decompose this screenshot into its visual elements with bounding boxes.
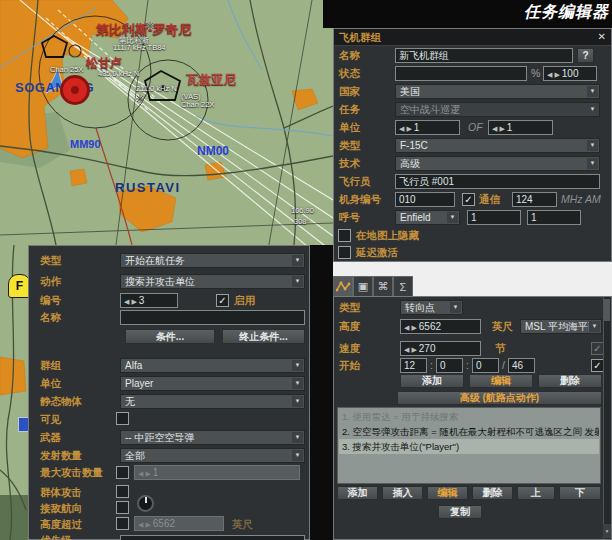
wp-type-dropdown[interactable]: 转向点 ▼ <box>400 300 463 315</box>
scrollbar-track[interactable] <box>603 297 611 539</box>
selected-unit-core <box>71 86 79 94</box>
spin-left-icon[interactable]: ◀ <box>404 346 409 353</box>
stop-condition-button[interactable]: 终止条件... <box>222 329 305 344</box>
tab-payload[interactable]: ▣ <box>353 276 373 297</box>
group-dropdown[interactable]: Alfa ▼ <box>120 358 305 373</box>
action-delete-button[interactable]: 删除 <box>472 486 513 500</box>
pilot-label: 飞行员 <box>339 175 371 188</box>
speed-units-label: 节 <box>495 342 506 355</box>
probability-spinner[interactable]: ◀▶100 <box>543 66 597 81</box>
visible-checkbox[interactable] <box>116 412 129 425</box>
frequency-units: MHz AM <box>561 193 601 206</box>
wp-delete-button[interactable]: 删除 <box>538 374 602 388</box>
spin-right-icon[interactable]: ▶ <box>406 125 411 132</box>
group-label: 群组 <box>40 359 61 372</box>
chevron-down-icon: ▼ <box>587 86 598 97</box>
altitude-ref-dropdown[interactable]: MSL 平均海平面 ▼ <box>520 319 602 334</box>
scrollbar-thumb[interactable] <box>604 299 610 321</box>
max-attack-spinner[interactable]: ◀▶1 <box>134 465 300 480</box>
wp-edit-button[interactable]: 编辑 <box>469 374 533 388</box>
launch-qty-dropdown[interactable]: 全部 ▼ <box>120 448 305 463</box>
condition-field[interactable] <box>395 66 527 81</box>
start-hours-field[interactable]: 12 <box>400 358 427 373</box>
group-name-field[interactable]: 新飞机群组 <box>395 48 573 63</box>
list-item[interactable]: 2. 空空导弹攻击距离 = 随机在最大射程和不可逃逸区之间 发射 <box>339 424 599 439</box>
tab-actions[interactable]: ⌘ <box>373 276 393 297</box>
late-activation-checkbox[interactable] <box>338 246 351 259</box>
country-dropdown[interactable]: 美国 ▼ <box>395 84 600 99</box>
aircraft-group-titlebar[interactable]: 飞机群组 ✕ <box>334 29 611 46</box>
start-seconds-field[interactable]: 0 <box>472 358 499 373</box>
start-minutes-field[interactable]: 0 <box>436 358 463 373</box>
partial-row-field[interactable] <box>120 535 305 540</box>
tab-summary[interactable]: Σ <box>393 276 413 297</box>
spin-left-icon[interactable]: ◀ <box>492 125 497 132</box>
chevron-down-icon: ▼ <box>292 276 303 287</box>
help-button[interactable]: ? <box>577 48 594 63</box>
unit-count-spinner[interactable]: ◀▶1 <box>395 120 460 135</box>
spin-right-icon[interactable]: ▶ <box>554 71 559 78</box>
list-item[interactable]: 1. 使用雷达 = 用于持续搜索 <box>339 409 599 424</box>
condition-button[interactable]: 条件... <box>125 329 215 344</box>
enabled-label: 启用 <box>234 294 255 307</box>
close-icon[interactable]: ✕ <box>598 31 606 42</box>
weapon-dropdown[interactable]: -- 中距空空导弹 ▼ <box>120 430 305 445</box>
altitude-spinner[interactable]: ◀▶6562 <box>400 319 481 334</box>
unit-total-spinner[interactable]: ◀▶1 <box>488 120 553 135</box>
scrollbar-down-icon[interactable]: ▼ <box>603 524 611 538</box>
heading-knob[interactable] <box>137 495 154 512</box>
advanced-actions-button[interactable]: 高级 (航路点动作) <box>397 391 602 405</box>
map-label-soganlug: 松甘卢 <box>86 57 122 70</box>
spin-left-icon[interactable]: ◀ <box>124 298 129 305</box>
spin-right-icon[interactable]: ▶ <box>499 125 504 132</box>
callsign-num1-field[interactable]: 1 <box>467 210 521 225</box>
target-unit-dropdown[interactable]: Player ▼ <box>120 376 305 391</box>
frequency-field[interactable]: 124 <box>512 192 557 207</box>
spin-left-icon[interactable]: ◀ <box>399 125 404 132</box>
tail-number-field[interactable]: 010 <box>395 192 455 207</box>
copy-button[interactable]: 复制 <box>438 505 482 519</box>
map-label-vaziani: 瓦兹亚尼 <box>186 74 236 87</box>
start-day-field[interactable]: 46 <box>508 358 535 373</box>
spin-right-icon[interactable]: ▶ <box>411 346 416 353</box>
pilot-field[interactable]: 飞行员 #001 <box>395 174 600 189</box>
action-insert-button[interactable]: 插入 <box>382 486 423 500</box>
task-type-dropdown[interactable]: 开始在航任务 ▼ <box>120 253 305 268</box>
map-label-grid-nm00: NM00 <box>197 145 229 158</box>
selected-unit-icon[interactable] <box>60 75 90 105</box>
altitude-above-spinner[interactable]: ◀▶6562 <box>134 516 224 531</box>
number-spinner[interactable]: ◀▶3 <box>120 293 178 308</box>
chevron-down-icon: ▼ <box>589 321 600 332</box>
action-up-button[interactable]: 上 <box>517 486 555 500</box>
spin-left-icon[interactable]: ◀ <box>547 71 552 78</box>
comms-checkbox[interactable]: ✓ <box>462 193 475 206</box>
of-label: OF <box>468 121 483 134</box>
max-attack-checkbox[interactable] <box>116 466 129 479</box>
altitude-above-checkbox[interactable] <box>116 517 129 530</box>
hidden-on-map-checkbox[interactable] <box>338 229 351 242</box>
task-name-field[interactable] <box>120 310 305 325</box>
engage-heading-checkbox[interactable] <box>116 501 129 514</box>
spin-left-icon[interactable]: ◀ <box>404 324 409 331</box>
speed-spinner[interactable]: ◀▶270 <box>400 341 481 356</box>
action-edit-button[interactable]: 编辑 <box>427 486 468 500</box>
static-object-dropdown[interactable]: 无 ▼ <box>120 394 305 409</box>
task-dropdown[interactable]: 空中战斗巡逻 ▼ <box>395 102 600 117</box>
list-item-selected[interactable]: 3. 搜索并攻击单位("Player") <box>339 439 599 454</box>
weapon-value: -- 中距空空导弹 <box>125 432 194 443</box>
aircraft-type-dropdown[interactable]: F-15C ▼ <box>395 138 600 153</box>
action-down-button[interactable]: 下 <box>559 486 601 500</box>
action-dropdown[interactable]: 搜索并攻击单位 ▼ <box>120 274 305 289</box>
spin-right-icon[interactable]: ▶ <box>411 324 416 331</box>
wp-add-button[interactable]: 添加 <box>400 374 464 388</box>
group-attack-checkbox[interactable] <box>116 485 129 498</box>
enabled-checkbox[interactable]: ✓ <box>216 294 229 307</box>
callsign-dropdown[interactable]: Enfield ▼ <box>395 210 460 225</box>
altitude-above-value: 6562 <box>153 518 175 529</box>
callsign-num2-field[interactable]: 1 <box>527 210 581 225</box>
start-label: 开始 <box>339 359 360 372</box>
tab-route[interactable] <box>333 276 353 297</box>
skill-dropdown[interactable]: 高级 ▼ <box>395 156 600 171</box>
spin-right-icon[interactable]: ▶ <box>131 298 136 305</box>
action-add-button[interactable]: 添加 <box>337 486 378 500</box>
